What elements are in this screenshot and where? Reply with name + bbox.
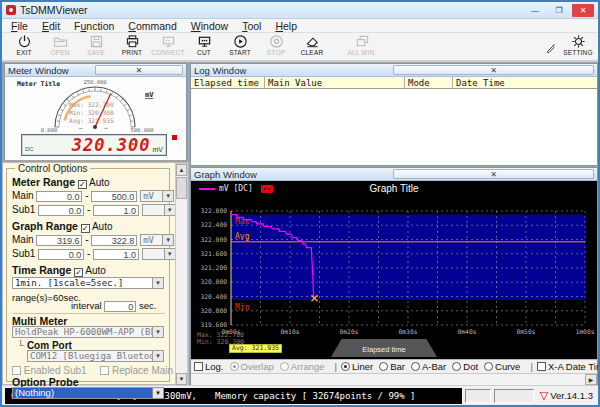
graph-range-main-label: Main <box>12 234 34 245</box>
meter-range-sub-to-input[interactable]: 1.0 <box>93 205 139 216</box>
interval-input[interactable]: 0 <box>104 301 136 312</box>
x-axis-title: Elapsed time <box>331 345 437 354</box>
com-port-select[interactable]: COM12 [Bluegiga Bluetooth Lo▼ <box>27 350 164 362</box>
graph-range-main-from-input[interactable]: 319.6 <box>36 235 82 246</box>
graph-window-close-icon[interactable]: ✕ <box>393 169 594 179</box>
gauge-top-scale-label: 250.000 <box>83 79 106 85</box>
exit-button[interactable]: EXIT <box>6 34 42 61</box>
graph-range-sub-from-input[interactable]: 0.0 <box>38 249 84 260</box>
replace-main-checkbox[interactable] <box>100 366 109 375</box>
scroll-right-icon[interactable]: ▶ <box>585 374 597 385</box>
menu-command[interactable]: Command <box>121 20 183 32</box>
meter-window-close-icon[interactable]: ✕ <box>95 65 184 75</box>
graph-horizontal-scrollbar[interactable]: ▶ <box>191 373 597 385</box>
meter-window-titlebar[interactable]: Meter Window ✕ <box>5 64 186 77</box>
cascade-windows-icon <box>355 34 370 49</box>
log-window-titlebar[interactable]: Log Window ✕ <box>191 64 597 77</box>
status-cell-1 <box>465 389 491 403</box>
version-label: Ver.14.1.3 <box>550 390 593 401</box>
analog-gauge: Meter Title 250.000 0.000 500.000 mV Max… <box>5 77 186 133</box>
graph-window-title: Graph Window <box>194 169 393 180</box>
xa-date-time-checkbox[interactable]: X-A Date Time <box>537 361 600 372</box>
menu-tool[interactable]: Tool <box>235 20 268 32</box>
menu-window[interactable]: Window <box>184 20 235 32</box>
start-button[interactable]: START <box>222 34 258 61</box>
multi-meter-device-select[interactable]: HoldPeak HP-6000WM-APP (BLE4.0)▼ <box>12 326 164 338</box>
graph-range-main-unit-select[interactable]: mV▼ <box>140 234 174 246</box>
meter-range-main-to-input[interactable]: 500.0 <box>91 191 137 202</box>
svg-text:0m50s: 0m50s <box>517 328 536 335</box>
print-button[interactable]: PRINT <box>114 34 150 61</box>
close-button[interactable]: ✕ <box>572 4 594 17</box>
log-window-close-icon[interactable]: ✕ <box>393 65 594 75</box>
chevron-down-icon: ▼ <box>152 278 163 288</box>
meter-range-auto-checkbox[interactable] <box>78 180 87 189</box>
save-button[interactable]: SAVE <box>78 34 114 61</box>
chevron-down-icon: ▼ <box>164 205 175 215</box>
scroll-up-icon[interactable]: ▲ <box>176 164 187 176</box>
meter-range-sub-unit-select[interactable]: ▼ <box>142 204 176 216</box>
control-options-scrollbar[interactable]: ▲ ▼ <box>175 163 188 386</box>
style-curve-radio[interactable]: Curve <box>484 361 520 372</box>
stop-button[interactable]: STOP <box>258 34 294 61</box>
mdi-client-area: Meter Window ✕ Meter Title 250.000 0.000… <box>2 62 598 385</box>
log-col-main-value[interactable]: Main Value <box>265 77 405 88</box>
overlap-radio[interactable]: Overlap <box>230 361 274 372</box>
svg-text:320.800: 320.800 <box>200 278 227 285</box>
style-abar-radio[interactable]: A-Bar <box>411 361 446 372</box>
enabled-sub1-checkbox[interactable] <box>12 366 21 375</box>
log-col-date-time[interactable]: Date Time <box>453 77 597 88</box>
graph-range-section: Graph Range Auto <box>12 220 113 233</box>
scroll-down-icon[interactable]: ▼ <box>176 373 187 385</box>
avg-badge: Avg: 321.935 <box>229 344 282 353</box>
gauge-left-scale-label: 0.000 <box>41 127 58 133</box>
interval-label: interval <box>71 300 102 311</box>
chevron-down-icon: ▼ <box>152 388 163 398</box>
meter-range-main-from-input[interactable]: 0.0 <box>36 191 82 202</box>
log-col-mode[interactable]: Mode <box>405 77 453 88</box>
svg-text:1m00s: 1m00s <box>576 328 595 335</box>
menu-edit[interactable]: Edit <box>35 20 67 32</box>
all-win-button[interactable]: ALL WIN. <box>344 34 380 61</box>
menu-file[interactable]: File <box>4 20 35 32</box>
svg-text:Max: Max <box>235 217 250 226</box>
log-window: Log Window ✕ Elapsed time Main Value Mod… <box>190 63 598 166</box>
monitor-cut-icon <box>197 34 212 49</box>
graph-range-sub-unit-select[interactable]: ▼ <box>142 248 176 260</box>
time-range-auto-checkbox[interactable] <box>74 268 83 277</box>
pen-button[interactable] <box>542 34 560 61</box>
meter-range-sub-from-input[interactable]: 0.0 <box>38 205 84 216</box>
chevron-down-icon: ▼ <box>162 235 173 245</box>
clear-button[interactable]: CLEAR <box>294 34 330 61</box>
option-probe-select[interactable]: (Nothing)▼ <box>12 387 164 399</box>
log-scale-checkbox[interactable]: Log. <box>194 361 224 372</box>
toolbar: EXIT OPEN SAVE PRINT CONNECT CUT START <box>2 33 598 62</box>
meter-title-label: Meter Title <box>17 80 60 88</box>
connect-button[interactable]: CONNECT <box>150 34 186 61</box>
open-button[interactable]: OPEN <box>42 34 78 61</box>
menu-function[interactable]: Function <box>67 20 121 32</box>
svg-text:319.600: 319.600 <box>200 321 227 328</box>
graph-range-sub-to-input[interactable]: 1.0 <box>93 249 139 260</box>
graph-range-auto-checkbox[interactable] <box>81 224 90 233</box>
maximize-button[interactable]: ❐ <box>548 4 570 17</box>
log-col-elapsed[interactable]: Elapsed time <box>191 77 265 88</box>
log-window-title: Log Window <box>194 65 393 76</box>
graph-range-main-to-input[interactable]: 322.8 <box>91 235 137 246</box>
log-table-body[interactable] <box>191 89 597 165</box>
scrollbar-thumb[interactable] <box>176 177 187 199</box>
chevron-down-icon: ▼ <box>162 191 173 201</box>
meter-range-main-unit-select[interactable]: mV▼ <box>140 190 174 202</box>
menu-help[interactable]: Help <box>268 20 304 32</box>
cut-button[interactable]: CUT <box>186 34 222 61</box>
section-divider <box>13 313 165 314</box>
style-dot-radio[interactable]: Dot <box>452 361 478 372</box>
arrange-radio[interactable]: Arrange <box>280 361 325 372</box>
setting-button[interactable]: SETTING <box>560 34 596 61</box>
style-bar-radio[interactable]: Bar <box>379 361 405 372</box>
minimize-button[interactable]: — <box>524 4 546 17</box>
style-liner-radio[interactable]: Liner <box>341 361 373 372</box>
app-window: TsDMMViewer — ❐ ✕ File Edit Function Com… <box>0 0 600 407</box>
graph-window-titlebar[interactable]: Graph Window ✕ <box>191 168 597 181</box>
time-range-preset-select[interactable]: 1min. [1scale=5sec.]▼ <box>12 277 164 289</box>
